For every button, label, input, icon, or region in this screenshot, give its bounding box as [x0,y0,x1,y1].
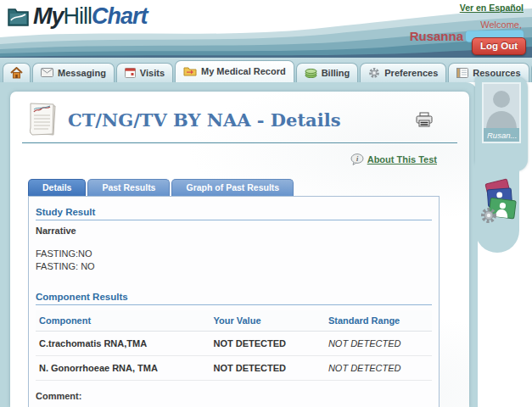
result-tabs: Details Past Results Graph of Past Resul… [28,179,469,196]
logo-folder-icon [7,6,30,27]
book-icon [456,68,468,78]
component-results-heading: Component Results [36,292,432,305]
component-results-table: Component Your Value Standard Range C.tr… [36,310,432,381]
header-banner: MyHillChart Ver en Español Welcome, Rusa… [0,0,532,58]
component-cell: C.trachomatis RNA,TMA [36,331,210,355]
narrative-label: Narrative [36,226,432,236]
study-result-heading: Study Result [36,207,432,220]
tab-label: My Medical Record [201,66,286,76]
app-logo[interactable]: MyHillChart [7,3,148,30]
about-this-test-link[interactable]: i About This Test [350,153,437,165]
info-bubble-icon: i [350,153,364,165]
avatar-name-label: Rusan... [484,128,519,142]
your-value-cell: NOT DETECTED [210,331,324,355]
tab-visits[interactable]: Visits [116,63,173,82]
about-row: i About This Test [10,143,469,165]
user-avatar[interactable]: Rusan... [482,82,521,143]
narrative-line: FASTING:NO [36,248,432,260]
table-header-row: Component Your Value Standard Range [36,310,432,332]
tab-home[interactable] [3,63,31,82]
language-toggle-link[interactable]: Ver en Español [460,3,524,13]
calendar-icon [125,67,136,78]
envelope-icon [41,68,53,77]
col-component: Component [36,310,210,332]
myhillchart-window: MyHillChart Ver en Español Welcome, Rusa… [0,0,532,407]
comment-section: Comment: This test was performed using t… [36,389,432,407]
tab-label: Messaging [58,68,106,78]
component-cell: N. Gonorrhoeae RNA, TMA [36,355,210,380]
print-icon[interactable] [415,112,434,128]
standard-range-cell: NOT DETECTED [325,355,432,380]
billing-money-icon [305,68,317,78]
content-card: CT/NG/TV BY NAA - Details i [10,92,469,407]
standard-range-cell: NOT DETECTED [325,331,432,355]
tab-label: Billing [322,68,350,78]
details-tab-panel: Study Result Narrative FASTING:NO FASTIN… [28,196,440,407]
tab-messaging[interactable]: Messaging [32,63,115,82]
family-accounts-button[interactable] [480,178,519,229]
medical-record-folder-icon [183,66,197,76]
gear-icon [368,67,380,79]
tab-label: Visits [140,68,165,78]
avatar-silhouette-icon [484,84,519,128]
tab-my-medical-record[interactable]: My Medical Record [175,60,294,82]
page-title: CT/NG/TV BY NAA - Details [68,109,415,131]
main-nav-tabbar: Messaging Visits My Medical Record Bil [0,58,532,82]
tab-graph-of-past-results[interactable]: Graph of Past Results [171,179,294,196]
home-icon [10,67,23,79]
test-report-icon [27,102,58,137]
table-row: C.trachomatis RNA,TMA NOT DETECTED NOT D… [36,331,432,355]
comment-label: Comment: [36,389,432,404]
tab-billing[interactable]: Billing [296,63,359,82]
your-value-cell: NOT DETECTED [210,355,324,380]
table-row: N. Gonorrhoeae RNA, TMA NOT DETECTED NOT… [36,355,432,380]
app-title: MyHillChart [33,3,148,30]
tab-past-results[interactable]: Past Results [87,179,170,196]
family-accounts-icon [480,178,519,226]
col-your-value: Your Value [210,310,324,332]
narrative-text: FASTING:NO FASTING: NO [36,248,432,273]
content-panel-background: CT/NG/TV BY NAA - Details i [0,82,478,407]
tab-details[interactable]: Details [28,179,86,196]
tab-label: Preferences [384,68,438,78]
about-link-label: About This Test [367,154,437,164]
logout-button[interactable]: Log Out [472,37,526,55]
col-standard-range: Standard Range [325,310,432,332]
tab-preferences[interactable]: Preferences [360,63,446,82]
narrative-line: FASTING: NO [36,260,432,273]
page-title-row: CT/NG/TV BY NAA - Details [10,92,469,137]
